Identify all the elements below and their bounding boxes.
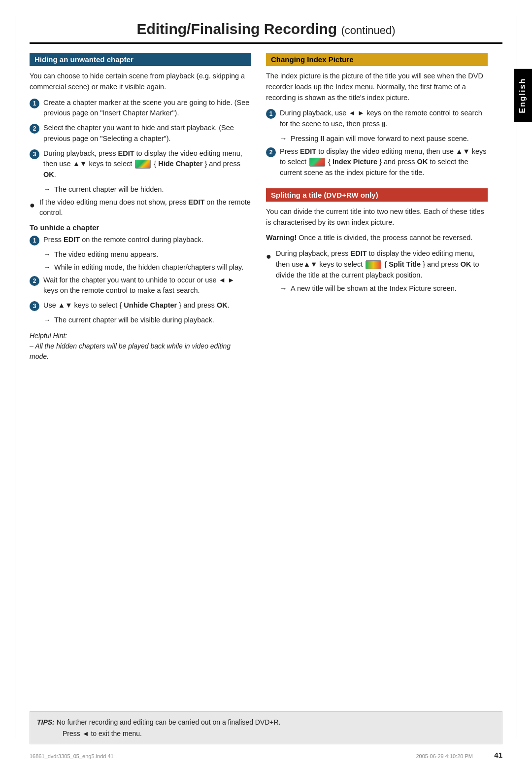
arrow-symbol-5: → bbox=[280, 134, 288, 144]
split-arrow: → A new title will be shown at the Index… bbox=[280, 283, 488, 294]
page-number: 41 bbox=[494, 751, 502, 759]
hide-step-1: 1 Create a chapter marker at the scene y… bbox=[30, 98, 251, 119]
title-continued: (continued) bbox=[341, 24, 395, 36]
unhide-step-number-3: 3 bbox=[30, 301, 39, 311]
index-picture-icon bbox=[309, 158, 325, 167]
unhide-step-1-arrow-1-text: The video editing menu appears. bbox=[54, 249, 158, 260]
pause-icon-1: II bbox=[382, 119, 386, 130]
changing-index-header: Changing Index Picture bbox=[266, 53, 488, 66]
index-step-1: 1 During playback, use ◄ ► keys on the r… bbox=[266, 108, 488, 130]
unhide-step-3-arrow: → The current chapter will be visible du… bbox=[43, 315, 251, 326]
index-step-1-arrow-text: Pressing II again will move forward to n… bbox=[291, 134, 469, 144]
hide-step-2-text: Select the chapter you want to hide and … bbox=[43, 123, 251, 144]
page-title: Editing/Finalising Recording (continued) bbox=[30, 0, 502, 44]
split-title-icon bbox=[366, 260, 381, 269]
helpful-hint-text: – All the hidden chapters will be played… bbox=[30, 342, 231, 360]
arrow-symbol-4: → bbox=[43, 315, 51, 326]
hide-bullet-1: ● If the video editing menu does not sho… bbox=[30, 197, 251, 219]
unhide-step-1: 1 Press EDIT on the remote control durin… bbox=[30, 235, 251, 245]
page-container: English Editing/Finalising Recording (co… bbox=[0, 0, 532, 768]
split-bullet-text: During playback, press EDIT to display t… bbox=[276, 248, 488, 280]
splitting-title-intro: You can divide the current title into tw… bbox=[266, 207, 488, 228]
splitting-title-header: Splitting a title (DVD+RW only) bbox=[266, 188, 488, 202]
split-bullet-dot: ● bbox=[266, 250, 273, 263]
tips-text: No further recording and editing can be … bbox=[57, 718, 281, 726]
border-left bbox=[15, 15, 15, 738]
hide-chapter-icon bbox=[135, 160, 151, 169]
index-step-1-text: During playback, use ◄ ► keys on the rem… bbox=[280, 108, 488, 130]
unhide-subheading: To unhide a chapter bbox=[30, 223, 251, 232]
tips-label: TIPS: bbox=[37, 718, 55, 726]
hiding-chapter-intro: You can choose to hide certain scene fro… bbox=[30, 71, 251, 93]
hiding-chapter-header: Hiding an unwanted chapter bbox=[30, 53, 251, 66]
index-step-2-text: Press EDIT to display the video editing … bbox=[280, 146, 488, 178]
hide-step-1-text: Create a chapter marker at the scene you… bbox=[43, 98, 251, 119]
tips-footer: TIPS: No further recording and editing c… bbox=[30, 711, 502, 744]
arrow-symbol-3: → bbox=[43, 262, 51, 273]
border-right bbox=[517, 15, 517, 738]
tips-indent: Press ◄ to exit the menu. bbox=[37, 730, 142, 737]
unhide-step-1-arrow-2: → While in editing mode, the hidden chap… bbox=[43, 262, 251, 273]
english-tab: English bbox=[514, 69, 532, 122]
split-arrow-text: A new title will be shown at the Index P… bbox=[291, 283, 457, 294]
footer-file: 16861_dvdr3305_05_eng5.indd 41 bbox=[30, 753, 114, 759]
splitting-warning: Warning! Once a title is divided, the pr… bbox=[266, 233, 488, 244]
arrow-symbol-2: → bbox=[43, 249, 51, 260]
hide-step-3: 3 During playback, press EDIT to display… bbox=[30, 148, 251, 180]
changing-index-intro: The index picture is the picture of the … bbox=[266, 71, 488, 103]
title-main: Editing/Finalising Recording bbox=[136, 21, 337, 37]
step-number-2: 2 bbox=[30, 124, 39, 134]
hide-bullet-1-text: If the video editing menu does not show,… bbox=[39, 197, 251, 219]
hide-step-3-arrow: → The current chapter will be hidden. bbox=[43, 184, 251, 195]
unhide-step-3-arrow-text: The current chapter will be visible duri… bbox=[54, 315, 214, 326]
unhide-step-1-arrow-2-text: While in editing mode, the hidden chapte… bbox=[54, 262, 243, 273]
helpful-hint-label: Helpful Hint: bbox=[30, 332, 67, 340]
hide-step-2: 2 Select the chapter you want to hide an… bbox=[30, 123, 251, 144]
footer-date: 2005-06-29 4:10:20 PM bbox=[416, 753, 473, 759]
unhide-step-1-text: Press EDIT on the remote control during … bbox=[43, 235, 203, 245]
split-bullet-1: ● During playback, press EDIT to display… bbox=[266, 248, 488, 280]
unhide-step-3: 3 Use ▲▼ keys to select { Unhide Chapter… bbox=[30, 300, 251, 311]
unhide-step-2-text: Wait for the chapter you want to unhide … bbox=[43, 275, 251, 297]
left-column: Hiding an unwanted chapter You can choos… bbox=[30, 53, 251, 362]
index-step-number-2: 2 bbox=[266, 147, 276, 157]
bullet-dot-1: ● bbox=[30, 199, 36, 212]
unhide-step-number-2: 2 bbox=[30, 276, 39, 286]
index-step-2: 2 Press EDIT to display the video editin… bbox=[266, 146, 488, 178]
step-number-1: 1 bbox=[30, 99, 39, 108]
step-number-3: 3 bbox=[30, 149, 39, 159]
unhide-step-3-text: Use ▲▼ keys to select { Unhide Chapter }… bbox=[43, 300, 230, 311]
arrow-symbol: → bbox=[43, 184, 51, 195]
arrow-symbol-6: → bbox=[280, 283, 288, 294]
content-area: Hiding an unwanted chapter You can choos… bbox=[30, 44, 502, 362]
unhide-step-2: 2 Wait for the chapter you want to unhid… bbox=[30, 275, 251, 297]
hide-step-3-arrow-text: The current chapter will be hidden. bbox=[54, 184, 164, 195]
index-step-1-arrow: → Pressing II again will move forward to… bbox=[280, 134, 488, 144]
helpful-hint: Helpful Hint: – All the hidden chapters … bbox=[30, 331, 251, 362]
right-column: Changing Index Picture The index picture… bbox=[266, 53, 502, 362]
unhide-step-number-1: 1 bbox=[30, 236, 39, 245]
index-step-number-1: 1 bbox=[266, 109, 276, 119]
hide-step-3-text: During playback, press EDIT to display t… bbox=[43, 148, 251, 180]
unhide-step-1-arrow-1: → The video editing menu appears. bbox=[43, 249, 251, 260]
